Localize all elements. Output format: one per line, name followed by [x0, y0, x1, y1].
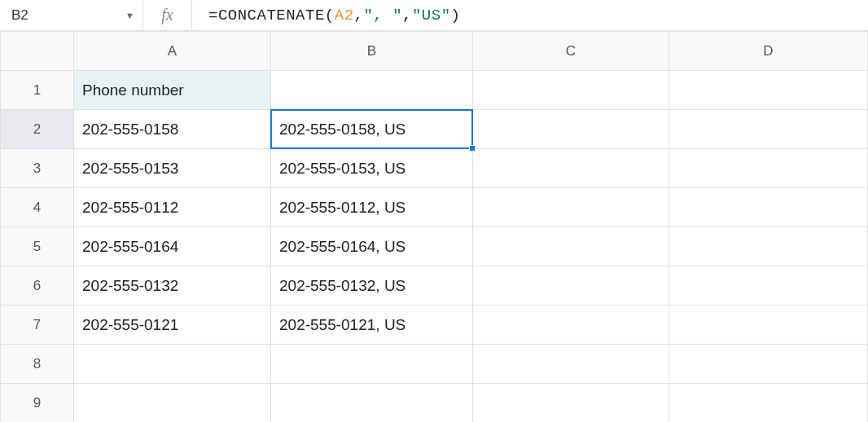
formula-comma: , [354, 7, 364, 24]
cell-C3[interactable] [473, 149, 669, 188]
cell-B1[interactable] [271, 71, 473, 110]
cell-A6[interactable]: 202-555-0132 [74, 266, 271, 306]
name-box-text: B2 [11, 7, 125, 24]
cell-B9[interactable] [271, 384, 473, 423]
select-all-corner[interactable] [1, 32, 74, 71]
cell-C5[interactable] [473, 227, 669, 266]
row-header-3[interactable]: 3 [1, 149, 74, 188]
cell-C2[interactable] [473, 110, 669, 149]
cell-C8[interactable] [473, 345, 669, 384]
column-header-B[interactable]: B [271, 32, 473, 71]
row-header-6[interactable]: 6 [1, 266, 74, 306]
name-box[interactable]: B2 ▼ [0, 0, 143, 30]
row-header-8[interactable]: 8 [1, 345, 74, 384]
column-header-A[interactable]: A [74, 32, 271, 71]
cell-B2-value: 202-555-0158, US [279, 121, 406, 138]
cell-C6[interactable] [473, 266, 669, 306]
cell-D8[interactable] [669, 345, 868, 384]
formula-string: "US" [412, 7, 451, 24]
cell-C1[interactable] [473, 71, 669, 110]
cell-B6[interactable]: 202-555-0132, US [271, 266, 473, 306]
cell-C9[interactable] [473, 384, 669, 423]
spreadsheet-grid: A B C D 1 Phone number 2 202-555-0158 20… [0, 31, 868, 422]
cell-B8[interactable] [271, 345, 473, 384]
cell-D6[interactable] [669, 266, 868, 306]
cell-D7[interactable] [669, 306, 868, 345]
chevron-down-icon[interactable]: ▼ [125, 11, 134, 20]
fill-handle[interactable] [469, 145, 476, 152]
cell-A2[interactable]: 202-555-0158 [74, 110, 271, 149]
formula-bar: B2 ▼ fx =CONCATENATE(A2,", ","US") [0, 0, 868, 31]
formula-string: ", " [363, 7, 402, 24]
formula-input[interactable]: =CONCATENATE(A2,", ","US") [192, 7, 868, 24]
cell-D1[interactable] [669, 71, 868, 110]
cell-A4[interactable]: 202-555-0112 [74, 188, 271, 227]
column-header-D[interactable]: D [669, 32, 868, 71]
cell-B5[interactable]: 202-555-0164, US [271, 227, 473, 266]
cell-D2[interactable] [669, 110, 868, 149]
cell-A3[interactable]: 202-555-0153 [74, 149, 271, 188]
cell-C4[interactable] [473, 188, 669, 227]
cell-C7[interactable] [473, 306, 669, 345]
formula-ref: A2 [335, 7, 354, 24]
fx-icon[interactable]: fx [143, 0, 192, 30]
cell-A1[interactable]: Phone number [74, 71, 271, 110]
cell-B7[interactable]: 202-555-0121, US [271, 306, 473, 345]
cell-D5[interactable] [669, 227, 868, 266]
cell-D4[interactable] [669, 188, 868, 227]
cell-A5[interactable]: 202-555-0164 [74, 227, 271, 266]
row-header-5[interactable]: 5 [1, 227, 74, 266]
cell-B2[interactable]: 202-555-0158, US [271, 110, 473, 149]
cell-B3[interactable]: 202-555-0153, US [271, 149, 473, 188]
row-header-9[interactable]: 9 [1, 384, 74, 423]
cell-A9[interactable] [74, 384, 271, 423]
row-header-7[interactable]: 7 [1, 306, 74, 345]
cell-A8[interactable] [74, 345, 271, 384]
row-header-1[interactable]: 1 [1, 71, 74, 110]
formula-suffix: ) [451, 7, 461, 24]
cell-B4[interactable]: 202-555-0112, US [271, 188, 473, 227]
cell-A7[interactable]: 202-555-0121 [74, 306, 271, 345]
cell-D3[interactable] [669, 149, 868, 188]
column-header-C[interactable]: C [473, 32, 669, 71]
row-header-2[interactable]: 2 [1, 110, 74, 149]
formula-comma: , [402, 7, 412, 24]
formula-prefix: =CONCATENATE( [208, 7, 335, 24]
cell-D9[interactable] [669, 384, 868, 423]
row-header-4[interactable]: 4 [1, 188, 74, 227]
